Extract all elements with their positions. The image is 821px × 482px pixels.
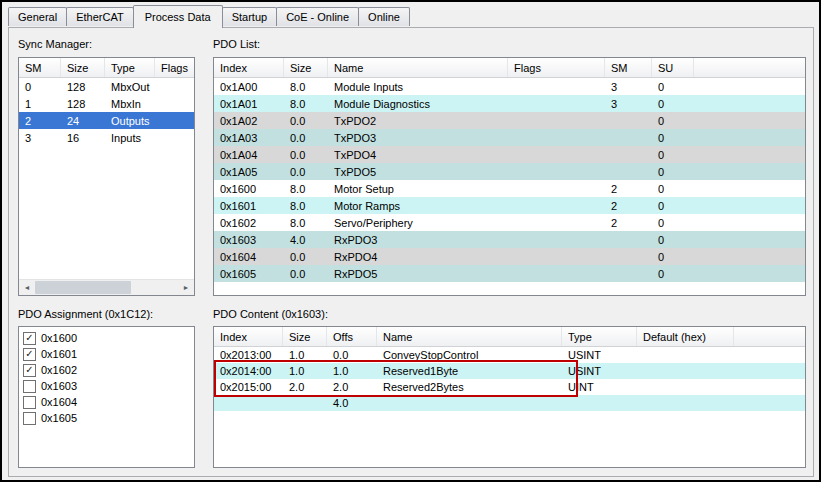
column-header-default-hex[interactable]: Default (hex) bbox=[637, 327, 734, 346]
cell-sm: 1 bbox=[19, 95, 61, 112]
pdo-content-row[interactable]: 0x2013:00 1.0 0.0 ConveyStopControl USIN… bbox=[214, 347, 805, 363]
tab-startup[interactable]: Startup bbox=[222, 7, 277, 26]
pdo-list-row[interactable]: 0x1603 4.0 RxPDO3 0 bbox=[214, 231, 805, 248]
cell-type: Outputs bbox=[105, 112, 155, 129]
cell-index bbox=[214, 395, 283, 411]
cell-flags bbox=[508, 112, 605, 129]
column-header-index[interactable]: Index bbox=[214, 327, 283, 346]
scroll-left-icon[interactable]: ◄ bbox=[19, 280, 35, 295]
cell-flags bbox=[155, 78, 194, 95]
column-header-size[interactable]: Size bbox=[284, 58, 328, 77]
column-header-name[interactable]: Name bbox=[328, 58, 508, 77]
pdo-assignment-item[interactable]: 0x1604 bbox=[21, 394, 192, 410]
column-header-index[interactable]: Index bbox=[214, 58, 284, 77]
checkbox-unchecked-icon[interactable] bbox=[23, 396, 36, 409]
cell-offs: 2.0 bbox=[327, 379, 377, 395]
pdo-list-row[interactable]: 0x1A00 8.0 Module Inputs 3 0 bbox=[214, 78, 805, 95]
pdo-list-row[interactable]: 0x1A02 0.0 TxPDO2 0 bbox=[214, 112, 805, 129]
cell-index: 0x2015:00 bbox=[214, 379, 283, 395]
sync-manager-row[interactable]: 0 128 MbxOut bbox=[19, 78, 194, 95]
pdo-content-table: Index Size Offs Name Type Default (hex) … bbox=[213, 326, 806, 468]
cell-name: ConveyStopControl bbox=[377, 347, 562, 363]
cell-index: 0x2014:00 bbox=[214, 363, 283, 379]
sync-manager-row-selected[interactable]: 2 24 Outputs bbox=[19, 112, 194, 129]
cell-sm bbox=[605, 265, 652, 282]
pdo-content-row[interactable]: 4.0 bbox=[214, 395, 805, 411]
pdo-list-row[interactable]: 0x1A01 8.0 Module Diagnostics 3 0 bbox=[214, 95, 805, 112]
column-header-name[interactable]: Name bbox=[377, 327, 562, 346]
cell-flags bbox=[508, 95, 605, 112]
cell-size: 8.0 bbox=[284, 214, 328, 231]
column-header-type[interactable]: Type bbox=[105, 58, 155, 77]
pdo-list-row[interactable]: 0x1600 8.0 Motor Setup 2 0 bbox=[214, 180, 805, 197]
pdo-list-row[interactable]: 0x1605 0.0 RxPDO5 0 bbox=[214, 265, 805, 282]
cell-sm: 0 bbox=[19, 78, 61, 95]
column-header-offs[interactable]: Offs bbox=[327, 327, 377, 346]
scrollbar-track[interactable] bbox=[35, 280, 178, 295]
cell-size: 128 bbox=[61, 95, 105, 112]
pdo-content-row[interactable]: 0x2014:00 1.0 1.0 Reserved1Byte USINT bbox=[214, 363, 805, 379]
column-header-size[interactable]: Size bbox=[61, 58, 105, 77]
cell-sm: 3 bbox=[605, 95, 652, 112]
column-header-type[interactable]: Type bbox=[562, 327, 637, 346]
cell-sm: 2 bbox=[19, 112, 61, 129]
pdo-assignment-item[interactable]: 0x1603 bbox=[21, 378, 192, 394]
sync-manager-row[interactable]: 3 16 Inputs bbox=[19, 129, 194, 146]
cell-size: 1.0 bbox=[283, 347, 327, 363]
pdo-assignment-item[interactable]: ✓ 0x1600 bbox=[21, 330, 192, 346]
cell-default bbox=[637, 363, 734, 379]
pdo-list-row[interactable]: 0x1A03 0.0 TxPDO3 0 bbox=[214, 129, 805, 146]
column-header-su[interactable]: SU bbox=[652, 58, 694, 77]
tab-general[interactable]: General bbox=[8, 7, 67, 26]
cell-offs: 1.0 bbox=[327, 363, 377, 379]
tab-process-data[interactable]: Process Data bbox=[133, 5, 223, 28]
pdo-assignment-item[interactable]: ✓ 0x1602 bbox=[21, 362, 192, 378]
column-header-flags[interactable]: Flags bbox=[155, 58, 194, 77]
cell-size: 8.0 bbox=[284, 78, 328, 95]
cell-index: 0x1601 bbox=[214, 197, 284, 214]
pdo-list-row[interactable]: 0x1A05 0.0 TxPDO5 0 bbox=[214, 163, 805, 180]
checkbox-checked-icon[interactable]: ✓ bbox=[23, 332, 36, 345]
sync-manager-row[interactable]: 1 128 MbxIn bbox=[19, 95, 194, 112]
cell-flags bbox=[508, 163, 605, 180]
column-header-sm[interactable]: SM bbox=[605, 58, 652, 77]
cell-su: 0 bbox=[652, 265, 694, 282]
cell-sm bbox=[605, 248, 652, 265]
pdo-list-row[interactable]: 0x1604 0.0 RxPDO4 0 bbox=[214, 248, 805, 265]
column-header-flags[interactable]: Flags bbox=[508, 58, 605, 77]
checkbox-unchecked-icon[interactable] bbox=[23, 412, 36, 425]
cell-su: 0 bbox=[652, 95, 694, 112]
pdo-assignment-item[interactable]: 0x1605 bbox=[21, 410, 192, 426]
cell-offs: 4.0 bbox=[327, 395, 377, 411]
cell-index: 0x1600 bbox=[214, 180, 284, 197]
cell-flags bbox=[155, 95, 194, 112]
column-header-sm[interactable]: SM bbox=[19, 58, 61, 77]
column-header-size[interactable]: Size bbox=[283, 327, 327, 346]
scroll-right-icon[interactable]: ► bbox=[178, 280, 194, 295]
checkbox-checked-icon[interactable]: ✓ bbox=[23, 364, 36, 377]
pdo-list-row[interactable]: 0x1602 8.0 Servo/Periphery 2 0 bbox=[214, 214, 805, 231]
checkbox-unchecked-icon[interactable] bbox=[23, 380, 36, 393]
cell-size: 0.0 bbox=[284, 129, 328, 146]
checkbox-checked-icon[interactable]: ✓ bbox=[23, 348, 36, 361]
pdo-content-header: Index Size Offs Name Type Default (hex) bbox=[214, 327, 805, 347]
pdo-assignment-label: PDO Assignment (0x1C12): bbox=[18, 308, 153, 320]
cell-size: 128 bbox=[61, 78, 105, 95]
pdo-content-row[interactable]: 0x2015:00 2.0 2.0 Reserved2Bytes UINT bbox=[214, 379, 805, 395]
pdo-assignment-item[interactable]: ✓ 0x1601 bbox=[21, 346, 192, 362]
cell-flags bbox=[155, 129, 194, 146]
scrollbar-thumb[interactable] bbox=[35, 281, 131, 294]
column-header-filler bbox=[734, 327, 805, 346]
pdo-list-row[interactable]: 0x1601 8.0 Motor Ramps 2 0 bbox=[214, 197, 805, 214]
cell-su: 0 bbox=[652, 231, 694, 248]
tab-ethercat[interactable]: EtherCAT bbox=[66, 7, 133, 26]
horizontal-scrollbar[interactable]: ◄ ► bbox=[19, 279, 194, 295]
cell-name: TxPDO5 bbox=[328, 163, 508, 180]
cell-size: 8.0 bbox=[284, 95, 328, 112]
tab-coe-online[interactable]: CoE - Online bbox=[276, 7, 359, 26]
pdo-list-row[interactable]: 0x1A04 0.0 TxPDO4 0 bbox=[214, 146, 805, 163]
pdo-list-label: PDO List: bbox=[213, 38, 260, 50]
tab-online[interactable]: Online bbox=[358, 7, 410, 26]
cell-index: 0x1A03 bbox=[214, 129, 284, 146]
cell-flags bbox=[508, 265, 605, 282]
